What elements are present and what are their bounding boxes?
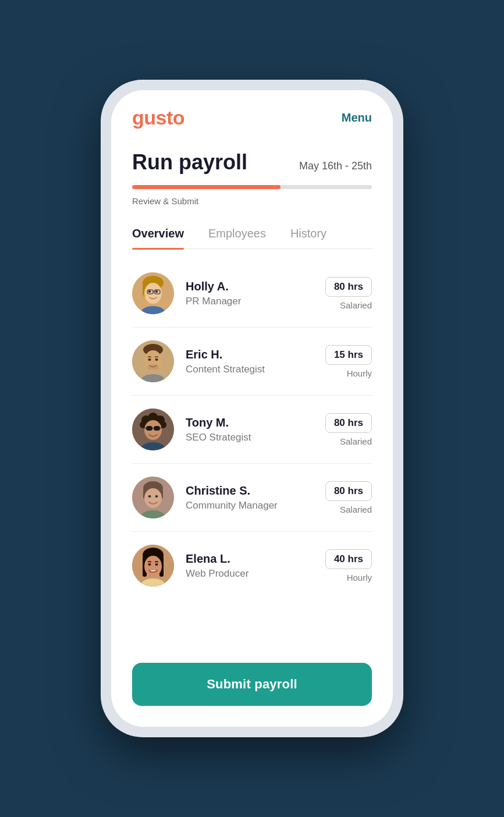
pay-type: Salaried	[325, 505, 372, 514]
svg-point-4	[148, 290, 151, 293]
employee-item[interactable]: Christine S. Community Manager 80 hrs Sa…	[132, 464, 372, 532]
avatar	[132, 408, 174, 450]
employee-role: Content Strategist	[186, 364, 325, 375]
app-header: gusto Menu	[111, 90, 393, 140]
svg-point-45	[155, 563, 158, 566]
employee-info: Christine S. Community Manager	[186, 484, 325, 511]
hours-badge: 80 hrs	[325, 277, 372, 297]
hours-badge: 40 hrs	[325, 549, 372, 569]
employee-role: PR Manager	[186, 296, 325, 307]
main-content: Run payroll May 16th - 25th Review & Sub…	[111, 140, 393, 652]
employee-info: Tony M. SEO Strategist	[186, 416, 325, 443]
pay-type: Hourly	[325, 573, 372, 582]
avatar	[132, 340, 174, 382]
tab-history[interactable]: History	[290, 219, 326, 248]
svg-point-44	[148, 563, 151, 566]
pay-type: Salaried	[325, 436, 372, 446]
svg-point-37	[155, 495, 158, 498]
employee-role: SEO Strategist	[186, 432, 325, 443]
employee-hours-wrap: 80 hrs Salaried	[325, 481, 372, 514]
tab-employees[interactable]: Employees	[208, 219, 266, 248]
hours-badge: 15 hrs	[325, 345, 372, 365]
submit-payroll-button[interactable]: Submit payroll	[132, 663, 372, 706]
progress-label: Review & Submit	[132, 196, 372, 206]
gusto-logo: gusto	[132, 106, 184, 129]
progress-bar	[132, 185, 372, 189]
svg-line-29	[160, 428, 162, 428]
phone-frame: gusto Menu Run payroll May 16th - 25th R…	[101, 80, 403, 737]
employee-info: Elena L. Web Producer	[186, 552, 325, 580]
employee-name: Elena L.	[186, 552, 325, 566]
tab-overview[interactable]: Overview	[132, 219, 184, 248]
employee-hours-wrap: 80 hrs Salaried	[325, 413, 372, 446]
page-title-row: Run payroll May 16th - 25th	[132, 150, 372, 175]
employee-hours-wrap: 15 hrs Hourly	[325, 345, 372, 378]
employee-item[interactable]: Tony M. SEO Strategist 80 hrs Salaried	[132, 396, 372, 464]
phone-screen: gusto Menu Run payroll May 16th - 25th R…	[111, 90, 393, 727]
employee-name: Holly A.	[186, 280, 325, 293]
avatar	[132, 477, 174, 518]
employee-list: Holly A. PR Manager 80 hrs Salaried	[132, 255, 372, 599]
submit-area: Submit payroll	[111, 652, 393, 727]
employee-name: Christine S.	[186, 484, 325, 498]
employee-info: Eric H. Content Strategist	[186, 348, 325, 375]
hours-badge: 80 hrs	[325, 481, 372, 501]
employee-role: Web Producer	[186, 568, 325, 580]
hours-badge: 80 hrs	[325, 413, 372, 433]
progress-bar-fill	[132, 185, 281, 189]
pay-type: Salaried	[325, 300, 372, 310]
svg-rect-26	[154, 426, 160, 431]
employee-hours-wrap: 80 hrs Salaried	[325, 277, 372, 310]
svg-point-16	[155, 358, 158, 361]
employee-item[interactable]: Eric H. Content Strategist 15 hrs Hourly	[132, 328, 372, 396]
employee-info: Holly A. PR Manager	[186, 280, 325, 307]
svg-point-36	[148, 495, 151, 498]
pay-type: Hourly	[325, 368, 372, 378]
date-range: May 16th - 25th	[299, 160, 372, 172]
menu-button[interactable]: Menu	[342, 111, 372, 125]
avatar	[132, 272, 174, 314]
employee-role: Community Manager	[186, 500, 325, 511]
employee-item[interactable]: Holly A. PR Manager 80 hrs Salaried	[132, 260, 372, 328]
page-title: Run payroll	[132, 150, 247, 175]
tabs-container: Overview Employees History	[132, 219, 372, 249]
employee-hours-wrap: 40 hrs Hourly	[325, 549, 372, 582]
svg-point-35	[144, 488, 162, 508]
svg-point-5	[155, 290, 158, 293]
employee-name: Tony M.	[186, 416, 325, 429]
employee-item[interactable]: Elena L. Web Producer 40 hrs Hourly	[132, 532, 372, 599]
avatar	[132, 545, 174, 587]
svg-point-9	[143, 294, 145, 297]
svg-point-15	[148, 358, 151, 361]
svg-point-43	[144, 556, 162, 577]
svg-line-28	[144, 428, 146, 428]
employee-name: Eric H.	[186, 348, 325, 361]
svg-rect-25	[146, 426, 152, 431]
